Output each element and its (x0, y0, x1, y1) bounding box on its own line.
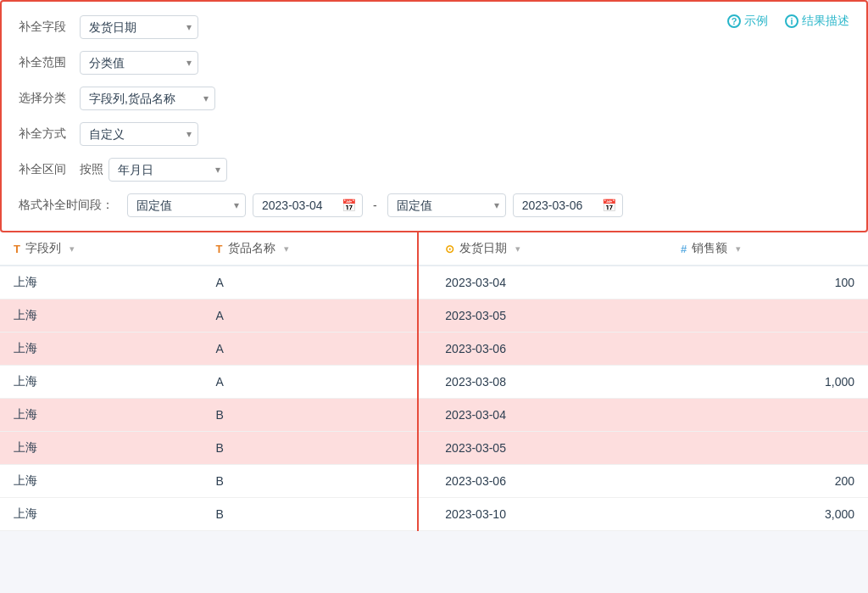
table-header-row: T 字段列 ▾ T 货品名称 ▾ ⊙ (0, 232, 868, 266)
interval-select[interactable]: 年月日 (108, 158, 227, 182)
cell-goods-1: A (203, 299, 432, 333)
start-date-input[interactable] (253, 193, 363, 217)
interval-select-wrapper: 年月日 ▾ (108, 158, 227, 182)
cell-field-1: 上海 (0, 299, 203, 333)
result-label: 结果描述 (802, 14, 849, 29)
cell-date-4: 2023-03-04 (431, 399, 667, 432)
col-type-text-icon-2: T (216, 243, 223, 255)
start-date-wrapper: 📅 (253, 193, 363, 217)
col-label-goods: 货品名称 (228, 241, 275, 256)
col-label-date: 发货日期 (459, 241, 507, 256)
cell-date-6: 2023-03-06 (431, 465, 667, 498)
cell-goods-4: B (203, 399, 432, 432)
col-header-sales: # 销售额 ▾ (667, 232, 868, 266)
table-row: 上海A2023-03-05 (0, 299, 868, 333)
table-row: 上海B2023-03-05 (0, 432, 868, 465)
field-select[interactable]: 发货日期 (80, 15, 198, 39)
table-container: T 字段列 ▾ T 货品名称 ▾ ⊙ (0, 232, 868, 531)
method-select-wrapper: 自定义 ▾ (80, 122, 198, 146)
cell-goods-5: B (203, 432, 432, 465)
col-sort-arrow-1[interactable]: ▾ (70, 243, 75, 255)
result-desc-link[interactable]: i 结果描述 (785, 14, 849, 29)
table-row: 上海A2023-03-04100 (0, 266, 868, 299)
end-type-select[interactable]: 固定值 (387, 193, 506, 217)
example-label: 示例 (744, 14, 768, 29)
cell-date-7: 2023-03-10 (431, 498, 667, 531)
cell-goods-0: A (203, 266, 432, 299)
category-select-wrapper: 字段列,货品名称 ▾ (80, 87, 215, 110)
range-select-wrapper: 分类值 ▾ (80, 51, 198, 75)
interval-sub-label: 按照 (80, 162, 103, 177)
config-panel: ? 示例 i 结果描述 补全字段 发货日期 ▾ 补全范围 分类值 ▾ 选择分类 (0, 0, 868, 232)
cell-field-2: 上海 (0, 333, 203, 366)
cell-goods-6: B (203, 465, 432, 498)
range-select[interactable]: 分类值 (80, 51, 198, 75)
cell-sales-0: 100 (667, 266, 868, 299)
format-row: 格式补全时间段： 固定值 ▾ 📅 - 固定值 ▾ 📅 (19, 193, 849, 217)
field-select-wrapper: 发货日期 ▾ (80, 15, 198, 39)
method-select[interactable]: 自定义 (80, 122, 198, 146)
data-table: T 字段列 ▾ T 货品名称 ▾ ⊙ (0, 232, 868, 531)
category-row: 选择分类 字段列,货品名称 ▾ (19, 87, 849, 110)
table-row: 上海B2023-03-06200 (0, 465, 868, 498)
cell-goods-2: A (203, 333, 432, 366)
cell-date-1: 2023-03-05 (431, 299, 667, 333)
col-header-date: ⊙ 发货日期 ▾ (431, 232, 667, 266)
cell-date-2: 2023-03-06 (431, 333, 667, 366)
table-row: 上海B2023-03-103,000 (0, 498, 868, 531)
table-row: 上海A2023-03-06 (0, 333, 868, 366)
end-date-wrapper: 📅 (513, 193, 623, 217)
cell-sales-6: 200 (667, 465, 868, 498)
cell-sales-7: 3,000 (667, 498, 868, 531)
cell-goods-3: A (203, 366, 432, 399)
col-sort-arrow-3[interactable]: ▾ (515, 243, 520, 255)
cell-field-0: 上海 (0, 266, 203, 299)
cell-date-5: 2023-03-05 (431, 432, 667, 465)
example-link[interactable]: ? 示例 (727, 14, 768, 29)
question-icon: ? (727, 14, 741, 28)
category-select[interactable]: 字段列,货品名称 (80, 87, 215, 110)
table-row: 上海B2023-03-04 (0, 399, 868, 432)
cell-field-4: 上海 (0, 399, 203, 432)
format-label: 格式补全时间段： (19, 198, 114, 213)
cell-date-0: 2023-03-04 (431, 266, 667, 299)
field-row: 补全字段 发货日期 ▾ (19, 15, 849, 39)
dash-separator: - (373, 199, 377, 212)
start-type-select[interactable]: 固定值 (127, 193, 246, 217)
cell-field-3: 上海 (0, 366, 203, 399)
end-select-wrapper: 固定值 ▾ (387, 193, 506, 217)
cell-sales-3: 1,000 (667, 366, 868, 399)
col-type-number-icon: # (681, 243, 687, 255)
info-icon: i (785, 14, 798, 28)
col-label-field: 字段列 (25, 241, 61, 256)
col-header-field: T 字段列 ▾ (0, 232, 203, 266)
range-row: 补全范围 分类值 ▾ (19, 51, 849, 75)
col-header-goods: T 货品名称 ▾ (203, 232, 432, 266)
col-type-text-icon-1: T (14, 243, 20, 255)
category-label: 选择分类 (19, 91, 80, 106)
table-row: 上海A2023-03-081,000 (0, 366, 868, 399)
cell-field-6: 上海 (0, 465, 203, 498)
field-label: 补全字段 (19, 20, 80, 35)
cell-goods-7: B (203, 498, 432, 531)
col-sort-arrow-2[interactable]: ▾ (284, 243, 289, 255)
cell-sales-4 (667, 399, 868, 432)
col-label-sales: 销售额 (692, 241, 727, 256)
table-section: T 字段列 ▾ T 货品名称 ▾ ⊙ (0, 232, 868, 531)
cell-field-5: 上海 (0, 432, 203, 465)
interval-label: 补全区间 (19, 162, 80, 177)
method-label: 补全方式 (19, 126, 80, 142)
top-links: ? 示例 i 结果描述 (727, 14, 849, 29)
interval-row: 补全区间 按照 年月日 ▾ (19, 158, 849, 182)
col-sort-arrow-4[interactable]: ▾ (736, 243, 741, 255)
cell-sales-1 (667, 299, 868, 333)
end-date-input[interactable] (513, 193, 623, 217)
start-select-wrapper: 固定值 ▾ (127, 193, 246, 217)
cell-field-7: 上海 (0, 498, 203, 531)
range-label: 补全范围 (19, 55, 80, 70)
cell-sales-2 (667, 333, 868, 366)
cell-date-3: 2023-03-08 (431, 366, 667, 399)
col-type-date-icon: ⊙ (445, 243, 454, 255)
cell-sales-5 (667, 432, 868, 465)
method-row: 补全方式 自定义 ▾ (19, 122, 849, 146)
